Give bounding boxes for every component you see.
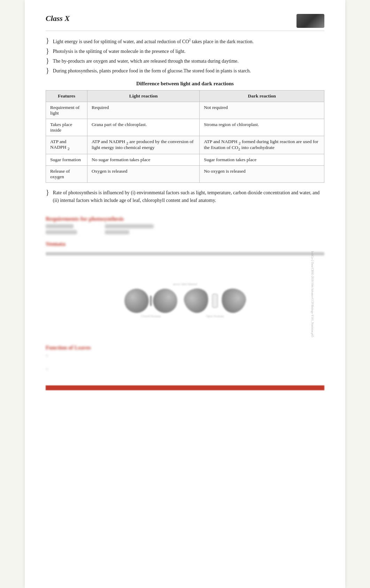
blurred-requirements-section: Requirements for photosynthesis (46, 216, 324, 236)
light-sugar: No sugar formation takes place (87, 154, 199, 166)
blurred-para (46, 252, 324, 256)
feature-atp: ATP and NADPH 2 (46, 136, 87, 154)
brace-rate: } (46, 188, 49, 196)
table-row: Requirement of light Required Not requir… (46, 102, 324, 119)
brace-4: } (46, 66, 49, 74)
bullet-item-1: } Light energy is used for splitting of … (46, 37, 324, 45)
comparison-table: Features Light reaction Dark reaction Re… (46, 90, 324, 183)
blurred-function-section: Function of Leaves ○ ○ (46, 345, 324, 378)
light-requirement: Required (87, 102, 199, 119)
page-header: Class X (46, 14, 324, 31)
side-note: IndiGo-2 Data/CBSE-2018/10th/Advance/CCP… (311, 251, 314, 337)
bullet-item-2: } Photolysis is the splitting of water m… (46, 48, 324, 55)
dark-oxygen: No oxygen is released (200, 166, 324, 183)
col-dark: Dark reaction (200, 90, 324, 102)
closed-stomata-label: Closed Stomata (141, 314, 161, 318)
table-row: Release of oxygen Oxygen is released No … (46, 166, 324, 183)
rate-bullet: } Rate of photosynthesis is influenced b… (46, 189, 324, 211)
feature-sugar: Sugar formation (46, 154, 87, 166)
bullet-item-4: } During photosynthesis, plants produce … (46, 67, 324, 75)
blurred-heading-1: Requirements for photosynthesis (46, 216, 324, 222)
stomata-diagram-section: arrow label blurred Closed Stomata (46, 262, 324, 338)
bullet-text-2: Photolysis is the splitting of water mol… (53, 48, 324, 55)
table-row: Takes place inside Grana part of the chl… (46, 119, 324, 136)
blurred-stomata-section: Stomata (46, 241, 324, 247)
sub-num-1: ○ (46, 353, 48, 365)
blurred-heading-function: Function of Leaves (46, 345, 324, 351)
class-title: Class X (46, 14, 70, 23)
feature-location: Takes place inside (46, 119, 87, 136)
light-oxygen: Oxygen is released (87, 166, 199, 183)
table-header-row: Features Light reaction Dark reaction (46, 90, 324, 102)
dark-sugar: Sugar formation takes place (200, 154, 324, 166)
open-stomata-label: Open Stomata (206, 314, 224, 318)
feature-requirement: Requirement of light (46, 102, 87, 119)
blurred-heading-stomata: Stomata (46, 241, 324, 247)
table-row: ATP and NADPH 2 ATP and NADPH 2 are prod… (46, 136, 324, 154)
light-location: Grana part of the chloroplast. (87, 119, 199, 136)
rate-text: Rate of photosynthesis is influenced by … (53, 189, 324, 205)
dark-atp: ATP and NADPH 2 formed during light reac… (200, 136, 324, 154)
brace-2: } (46, 47, 49, 55)
brace-3: } (46, 57, 49, 64)
table-row: Sugar formation No sugar formation takes… (46, 154, 324, 166)
brace-1: } (46, 37, 49, 44)
table-section: Difference between light and dark reacti… (46, 81, 324, 183)
bullet-section: } Light energy is used for splitting of … (46, 37, 324, 75)
bullet-text-4: During photosynthesis, plants produce fo… (53, 67, 324, 75)
bullet-item-3: } The by-products are oxygen and water, … (46, 57, 324, 65)
dark-location: Stroma region of chloroplast. (200, 119, 324, 136)
sub-num-2: ○ (46, 367, 48, 378)
col-light: Light reaction (87, 90, 199, 102)
col-features: Features (46, 90, 87, 102)
table-title: Difference between light and dark reacti… (46, 81, 324, 87)
dark-requirement: Not required (200, 102, 324, 119)
page-container: Class X } Light energy is used for split… (25, 0, 345, 588)
bullet-text-3: The by-products are oxygen and water, wh… (53, 57, 324, 65)
light-atp: ATP and NADPH 2 are produced by the conv… (87, 136, 199, 154)
feature-oxygen: Release of oxygen (46, 166, 87, 183)
footer-bar (46, 385, 324, 390)
bullet-text-1: Light energy is used for splitting of wa… (53, 37, 324, 45)
logo (296, 14, 324, 28)
stomata-diagram-container: arrow label blurred Closed Stomata (119, 262, 251, 338)
